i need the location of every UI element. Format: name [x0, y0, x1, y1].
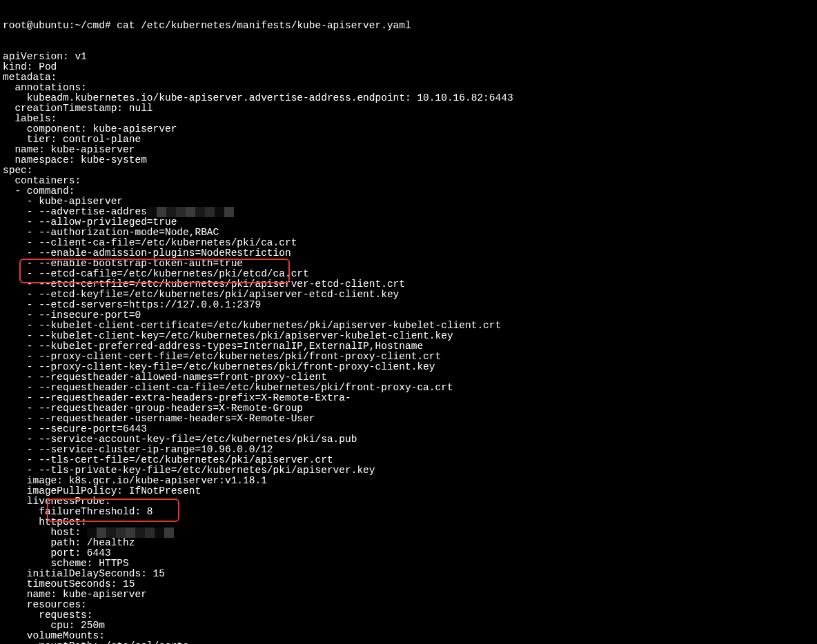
yaml-line: - --enable-admission-plugins=NodeRestric…	[3, 248, 814, 259]
yaml-line: - --etcd-cafile=/etc/kubernetes/pki/etcd…	[3, 269, 814, 279]
yaml-line: tier: control-plane	[3, 134, 814, 145]
yaml-line: - --requestheader-group-headers=X-Remote…	[3, 403, 814, 414]
yaml-line: - --insecure-port=0	[3, 310, 814, 321]
yaml-line: - --allow-privileged=true	[3, 217, 814, 228]
yaml-line: spec:	[3, 165, 814, 176]
yaml-line: port: 6443	[3, 548, 814, 559]
redaction-mosaic	[87, 527, 174, 538]
yaml-line: - --enable-bootstrap-token-auth=true	[3, 259, 814, 269]
yaml-line: labels:	[3, 114, 814, 124]
yaml-line: name: kube-apiserver	[3, 145, 814, 155]
redaction-mosaic	[147, 207, 234, 217]
yaml-line: apiVersion: v1	[3, 52, 814, 62]
yaml-line: resources:	[3, 600, 814, 610]
yaml-line: kind: Pod	[3, 62, 814, 72]
yaml-line: - --requestheader-username-headers=X-Rem…	[3, 414, 814, 424]
yaml-line: - --etcd-certfile=/etc/kubernetes/pki/ap…	[3, 279, 814, 290]
yaml-line: - --secure-port=6443	[3, 424, 814, 434]
yaml-line: httpGet:	[3, 517, 814, 527]
yaml-line: cpu: 250m	[3, 621, 814, 631]
yaml-line: - --requestheader-client-ca-file=/etc/ku…	[3, 383, 814, 393]
yaml-line: - --advertise-addres	[3, 207, 814, 217]
yaml-line: failureThreshold: 8	[3, 507, 814, 517]
yaml-line: component: kube-apiserver	[3, 124, 814, 134]
yaml-line: - --service-cluster-ip-range=10.96.0.0/1…	[3, 445, 814, 455]
yaml-line: containers:	[3, 176, 814, 186]
yaml-line: - --proxy-client-cert-file=/etc/kubernet…	[3, 352, 814, 362]
prompt-line: root@ubuntu:~/cmd# cat /etc/kubernetes/m…	[3, 21, 814, 31]
yaml-line: scheme: HTTPS	[3, 559, 814, 569]
yaml-line: name: kube-apiserver	[3, 590, 814, 600]
yaml-line: host:	[3, 527, 814, 538]
yaml-line: - --requestheader-allowed-names=front-pr…	[3, 372, 814, 383]
yaml-line: - --service-account-key-file=/etc/kubern…	[3, 434, 814, 445]
yaml-line: - --requestheader-extra-headers-prefix=X…	[3, 393, 814, 403]
yaml-line: metadata:	[3, 72, 814, 83]
prompt-user: root@ubuntu	[3, 20, 69, 31]
yaml-line: - mountPath: /etc/ssl/certs	[3, 641, 814, 644]
yaml-line: - --proxy-client-key-file=/etc/kubernete…	[3, 362, 814, 372]
yaml-line: - --etcd-keyfile=/etc/kubernetes/pki/api…	[3, 290, 814, 300]
yaml-line: - --etcd-servers=https://127.0.0.1:2379	[3, 300, 814, 310]
yaml-line: annotations:	[3, 83, 814, 93]
yaml-line: timeoutSeconds: 15	[3, 579, 814, 590]
yaml-line: - --tls-private-key-file=/etc/kubernetes…	[3, 465, 814, 476]
yaml-line: - --kubelet-client-certificate=/etc/kube…	[3, 321, 814, 331]
yaml-line: - --authorization-mode=Node,RBAC	[3, 228, 814, 238]
yaml-line: kubeadm.kubernetes.io/kube-apiserver.adv…	[3, 93, 814, 103]
yaml-line: path: /healthz	[3, 538, 814, 548]
yaml-line: requests:	[3, 610, 814, 621]
yaml-line: image: k8s.gcr.io/kube-apiserver:v1.18.1	[3, 476, 814, 486]
yaml-line: - --client-ca-file=/etc/kubernetes/pki/c…	[3, 238, 814, 248]
yaml-line: - kube-apiserver	[3, 197, 814, 207]
yaml-line: volumeMounts:	[3, 631, 814, 641]
yaml-line: imagePullPolicy: IfNotPresent	[3, 486, 814, 496]
prompt-sep: :~/cmd#	[69, 20, 117, 31]
yaml-line: namespace: kube-system	[3, 155, 814, 165]
command-text: cat /etc/kubernetes/manifests/kube-apise…	[117, 20, 411, 31]
yaml-line: - --kubelet-client-key=/etc/kubernetes/p…	[3, 331, 814, 341]
yaml-line: - --kubelet-preferred-address-types=Inte…	[3, 341, 814, 352]
file-content: apiVersion: v1kind: Podmetadata: annotat…	[3, 52, 814, 644]
yaml-line: livenessProbe:	[3, 496, 814, 507]
terminal-output: root@ubuntu:~/cmd# cat /etc/kubernetes/m…	[0, 0, 817, 644]
yaml-line: - command:	[3, 186, 814, 197]
yaml-line: initialDelaySeconds: 15	[3, 569, 814, 579]
yaml-line: creationTimestamp: null	[3, 103, 814, 114]
yaml-line: - --tls-cert-file=/etc/kubernetes/pki/ap…	[3, 455, 814, 465]
